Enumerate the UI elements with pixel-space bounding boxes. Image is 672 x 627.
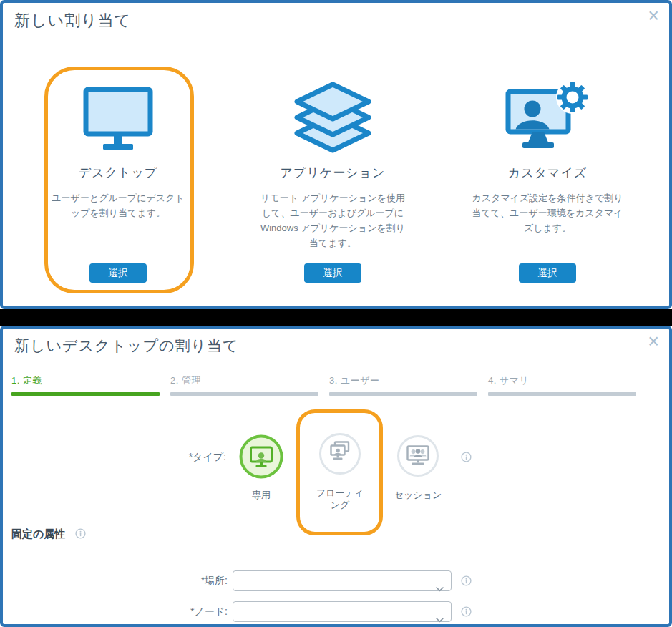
black-separator — [0, 309, 672, 326]
info-icon[interactable] — [461, 452, 472, 465]
step-label: 4. サマリ — [488, 374, 636, 387]
type-option-floating[interactable] — [318, 432, 361, 478]
info-icon[interactable] — [461, 575, 472, 586]
type-option-dedicated[interactable] — [238, 434, 284, 482]
location-label: *場所: — [132, 575, 228, 588]
close-icon[interactable]: × — [648, 331, 659, 351]
type-option-label: フローティング — [315, 487, 365, 511]
card-title: デスクトップ — [29, 165, 208, 181]
select-customize-button[interactable]: 選択 — [519, 263, 576, 283]
info-icon[interactable] — [75, 528, 86, 541]
location-field-row: *場所: — [132, 570, 472, 591]
type-option-session[interactable] — [396, 434, 439, 480]
step-label: 2. 管理 — [170, 374, 318, 387]
type-field-label: *タイプ: — [157, 451, 226, 464]
new-assignment-dialog: 新しい割り当て × デスクトップ ユーザーとグループにデスクトップを割り当てます… — [0, 0, 672, 309]
fixed-attributes-heading: 固定の属性 — [11, 528, 86, 541]
card-title: カスタマイズ — [458, 165, 637, 181]
close-icon[interactable]: × — [648, 6, 659, 26]
section-divider — [11, 553, 661, 553]
card-desktop: デスクトップ ユーザーとグループにデスクトップを割り当てます。 選択 — [29, 67, 208, 295]
chevron-down-icon — [436, 610, 444, 627]
dialog-title: 新しい割り当て — [14, 10, 131, 31]
dialog-title: 新しいデスクトップの割り当て — [14, 336, 238, 356]
step-summary[interactable]: 4. サマリ — [488, 374, 636, 396]
node-field-row: *ノード: — [132, 601, 472, 622]
chevron-down-icon — [436, 579, 444, 598]
location-select[interactable] — [233, 570, 452, 591]
application-layers-icon — [243, 67, 422, 153]
step-progress-bar — [170, 392, 318, 396]
select-applications-button[interactable]: 選択 — [304, 263, 361, 283]
step-progress-bar — [11, 392, 160, 396]
step-manage[interactable]: 2. 管理 — [170, 374, 318, 396]
card-customize: カスタマイズ カスタマイズ設定を条件付きで割り当てて、ユーザー環境をカスタマイズ… — [458, 67, 637, 295]
step-progress-bar — [488, 392, 636, 396]
node-label: *ノード: — [132, 606, 228, 618]
wizard-steps: 1. 定義 2. 管理 3. ユーザー 4. サマリ — [11, 374, 636, 396]
node-select[interactable] — [233, 601, 452, 622]
card-title: アプリケーション — [243, 165, 422, 181]
step-label: 3. ユーザー — [329, 374, 477, 387]
card-description: リモート アプリケーションを使用して、ユーザーおよびグループに Windows … — [257, 190, 409, 251]
type-option-label: 専用 — [233, 489, 290, 501]
step-users[interactable]: 3. ユーザー — [329, 374, 477, 396]
card-applications: アプリケーション リモート アプリケーションを使用して、ユーザーおよびグループに… — [243, 67, 422, 295]
card-description: ユーザーとグループにデスクトップを割り当てます。 — [48, 190, 188, 220]
screenshot-stage: 新しい割り当て × デスクトップ ユーザーとグループにデスクトップを割り当てます… — [0, 0, 672, 627]
section-heading-text: 固定の属性 — [11, 528, 65, 541]
step-label: 1. 定義 — [11, 374, 160, 387]
card-description: カスタマイズ設定を条件付きで割り当てて、ユーザー環境をカスタマイズします。 — [472, 190, 623, 235]
select-desktop-button[interactable]: 選択 — [89, 263, 147, 283]
step-progress-bar — [329, 392, 477, 396]
new-desktop-assignment-dialog: 新しいデスクトップの割り当て × 1. 定義 2. 管理 3. ユーザー 4. … — [0, 326, 672, 627]
desktop-monitor-icon — [29, 67, 208, 153]
customize-user-gear-icon — [458, 67, 637, 153]
step-define[interactable]: 1. 定義 — [11, 374, 160, 396]
info-icon[interactable] — [461, 606, 472, 617]
type-option-label: セッション — [386, 489, 450, 501]
